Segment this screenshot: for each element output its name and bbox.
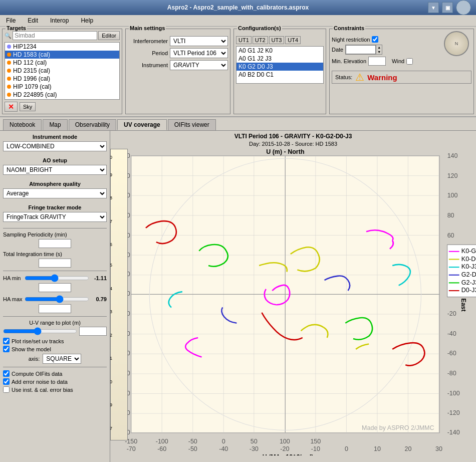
target-item-4[interactable]: HD 1996 (cal) [5,75,119,83]
status-warning-text: Warning [367,73,397,82]
fringe-tracker-row: FringeTrack GRAVITY [3,212,107,225]
config-item-3[interactable]: A0 B2 D0 C1 [236,71,323,79]
instrument-select[interactable]: GRAVITY [170,60,228,70]
target-item-3[interactable]: HD 2315 (cal) [5,67,119,75]
target-item-0[interactable]: HIP1234 [5,43,119,51]
uv-range-input[interactable]: 139.06 [79,327,107,336]
menu-help[interactable]: Help [79,17,95,25]
menu-edit[interactable]: Edit [26,17,40,25]
ha-max-value: 0.79 [89,296,107,302]
config-tab-ut4[interactable]: UT4 [285,36,301,44]
config-item-1[interactable]: A0 G1 J2 J3 [236,55,323,63]
tab-map[interactable]: Map [43,119,67,130]
svg-text:120: 120 [447,172,458,179]
restore-button[interactable]: ▣ [442,2,453,13]
min-elevation-input[interactable]: 30 [368,57,386,66]
ao-setup-label: AO setup [3,157,107,163]
date-row: Date 2015/10/28 ▲ ▼ [332,45,441,55]
total-integration-input[interactable]: 600 [39,259,71,268]
instrument-mode-select[interactable]: LOW-COMBINED [3,141,107,151]
svg-text:-50: -50 [188,438,197,445]
instrument-mode-label: Instrument mode [3,134,107,140]
axis-select[interactable]: SQUARE [43,354,81,364]
config-item-0[interactable]: A0 G1 J2 K0 [236,47,323,55]
show-model-checkbox[interactable] [3,346,10,352]
targets-panel-title: Targets [6,25,27,31]
date-input[interactable]: 2015/10/28 [346,45,376,54]
fringe-tracker-select[interactable]: FringeTrack GRAVITY [3,212,107,222]
vis2-tick-0.89: 0.89 [110,402,112,407]
svg-text:10: 10 [374,445,381,452]
svg-text:K0-J3: K0-J3 [461,263,476,270]
target-dot-2 [7,61,11,65]
ao-setup-select[interactable]: NAOMI_BRIGHT [3,165,107,175]
vis2-tick-0.96: 0.96 [110,242,112,247]
ha-max-input[interactable]: 12.00 [39,304,71,313]
svg-text:-40: -40 [219,445,228,452]
config-tab-ut2[interactable]: UT2 [253,36,268,44]
wind-checkbox[interactable] [406,58,413,65]
svg-text:150: 150 [310,438,321,445]
add-error-noise-checkbox[interactable] [3,378,10,385]
tab-observability[interactable]: Observability [69,119,116,130]
tab-uv-coverage[interactable]: UV coverage [117,119,167,130]
ha-max-row: HA max 0.79 [3,295,107,303]
ha-min-input[interactable]: -12.00 [39,283,71,292]
compass-widget: N [444,31,469,56]
menu-interop[interactable]: Interop [48,17,71,25]
axis-row: axis: SQUARE [3,354,107,364]
target-item-1[interactable]: HD 1583 (cal) [5,51,119,59]
compute-oifits-checkbox[interactable] [3,370,10,377]
date-down-btn[interactable]: ▼ [376,50,382,54]
total-integration-row: Total Integration time (s) [3,251,107,257]
config-tab-ut1[interactable]: UT1 [236,36,252,44]
ha-min-slider[interactable] [25,274,89,282]
menu-file[interactable]: File [4,17,18,25]
ha-min-row: HA min -1.11 [3,274,107,282]
svg-text:-50: -50 [188,445,197,452]
date-spin-btns: ▲ ▼ [376,45,382,54]
interferometer-select[interactable]: VLTI [170,36,228,46]
svg-text:100: 100 [280,438,290,445]
tab-bar: Notebook Map Observability UV coverage O… [0,117,476,131]
targets-list: HIP1234 HD 1583 (cal) HD 112 (cal) HD 23… [5,42,120,100]
search-icon: 🔍 [5,33,12,39]
divider-3 [3,316,107,317]
uv-range-row: 139.06 [3,327,107,336]
period-select[interactable]: VLTI Period 106 [170,48,228,58]
chart-area: VLTI Period 106 - GRAVITY - K0-G2-D0-J3 … [110,131,476,462]
vis2-gradient [111,149,127,440]
atmosphere-select[interactable]: Average [3,188,107,198]
vis2-tick-0.99: 0.99 [110,172,112,177]
night-restriction-checkbox[interactable] [372,36,378,43]
sampling-input[interactable]: 60 [39,239,71,248]
avatar-button[interactable] [456,0,471,15]
interferometer-label: Interferometer [128,38,168,44]
plot-rise-set-checkbox[interactable] [3,338,10,344]
minimize-button[interactable]: ▼ [428,2,439,13]
tab-notebook[interactable]: Notebook [3,119,42,130]
delete-target-button[interactable]: ✕ [5,102,18,112]
target-item-2[interactable]: HD 112 (cal) [5,59,119,67]
svg-text:-140: -140 [447,429,460,436]
target-item-5[interactable]: HIP 1079 (cal) [5,83,119,91]
targets-search-input[interactable] [13,31,97,40]
use-inst-cal-checkbox[interactable] [3,386,10,393]
editor-button[interactable]: Editor [98,31,120,40]
date-input-container: 2015/10/28 ▲ ▼ [345,45,382,55]
config-tab-ut3[interactable]: UT3 [269,36,285,44]
svg-text:20: 20 [404,445,411,452]
date-up-btn[interactable]: ▲ [376,45,382,50]
chart-title: VLTI Period 106 - GRAVITY - K0-G2-D0-J3 [110,131,476,141]
compass-label: N [455,41,458,46]
uv-range-slider[interactable] [3,327,77,335]
svg-text:-40: -40 [447,330,456,337]
config-item-2[interactable]: K0 G2 D0 J3 [236,63,323,71]
tab-oifits-viewer[interactable]: OIFits viewer [168,119,216,130]
ha-max-slider[interactable] [25,295,89,303]
config-list: A0 G1 J2 K0 A0 G1 J2 J3 K0 G2 D0 J3 A0 B… [236,46,324,84]
sky-button[interactable]: Sky [20,102,36,111]
target-item-6[interactable]: HD 224895 (cal) [5,91,119,99]
svg-text:60: 60 [447,232,454,239]
uv-range-label: U-V range to plot (m) [3,320,107,326]
